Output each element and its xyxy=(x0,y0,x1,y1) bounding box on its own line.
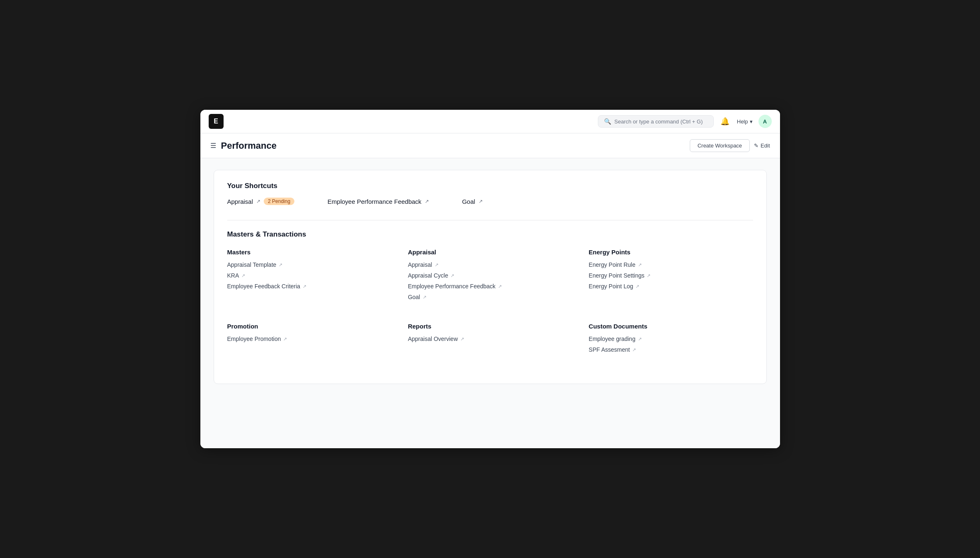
link-energy-point-settings[interactable]: Energy Point Settings ↗ xyxy=(589,272,753,279)
custom-documents-column: Custom Documents Employee grading ↗ SPF … xyxy=(589,323,753,357)
link-arrow-icon: ↗ xyxy=(279,262,282,268)
topbar: E 🔍 Search or type a command (Ctrl + G) … xyxy=(200,110,780,133)
help-label: Help xyxy=(737,118,748,125)
link-arrow-icon: ↗ xyxy=(638,262,642,268)
content-card: Your Shortcuts Appraisal ↗ 2 Pending Emp… xyxy=(214,170,767,384)
link-arrow-icon: ↗ xyxy=(632,347,636,353)
link-arrow-icon: ↗ xyxy=(638,336,642,342)
link-energy-point-log[interactable]: Energy Point Log ↗ xyxy=(589,283,753,290)
link-arrow-icon: ↗ xyxy=(636,284,639,289)
masters-transactions-title: Masters & Transactions xyxy=(227,230,753,239)
help-button[interactable]: Help ▾ xyxy=(737,118,753,125)
topbar-right: 🔔 Help ▾ A xyxy=(719,115,772,128)
shortcuts-title: Your Shortcuts xyxy=(227,182,753,190)
link-arrow-icon: ↗ xyxy=(241,273,245,278)
edit-icon: ✎ xyxy=(754,143,758,149)
appraisal-pending-badge: 2 Pending xyxy=(264,198,294,205)
search-icon: 🔍 xyxy=(604,118,611,125)
shortcut-employee-performance-feedback-label: Employee Performance Feedback xyxy=(327,198,421,205)
link-spf-assesment[interactable]: SPF Assesment ↗ xyxy=(589,346,753,353)
link-energy-point-rule[interactable]: Energy Point Rule ↗ xyxy=(589,261,753,268)
avatar[interactable]: A xyxy=(758,115,772,128)
bottom-columns-grid: Promotion Employee Promotion ↗ Reports A… xyxy=(227,323,753,372)
edit-button[interactable]: ✎ Edit xyxy=(754,143,770,149)
link-arrow-icon: ↗ xyxy=(283,336,287,342)
link-arrow-icon: ↗ xyxy=(647,273,650,278)
link-arrow-icon: ↗ xyxy=(460,336,464,342)
promotion-column: Promotion Employee Promotion ↗ xyxy=(227,323,392,357)
energy-points-column: Energy Points Energy Point Rule ↗ Energy… xyxy=(589,249,753,304)
appraisal-column-title: Appraisal xyxy=(408,249,572,256)
app-logo: E xyxy=(209,114,224,129)
energy-points-column-title: Energy Points xyxy=(589,249,753,256)
link-appraisal-template[interactable]: Appraisal Template ↗ xyxy=(227,261,392,268)
arrow-icon-2: ↗ xyxy=(425,198,429,204)
link-employee-promotion[interactable]: Employee Promotion ↗ xyxy=(227,336,392,342)
link-arrow-icon: ↗ xyxy=(498,284,502,289)
link-arrow-icon: ↗ xyxy=(303,284,306,289)
arrow-icon-3: ↗ xyxy=(479,198,483,204)
link-appraisal-overview[interactable]: Appraisal Overview ↗ xyxy=(408,336,572,342)
custom-documents-column-title: Custom Documents xyxy=(589,323,753,330)
main-content: Your Shortcuts Appraisal ↗ 2 Pending Emp… xyxy=(200,158,780,448)
link-arrow-icon: ↗ xyxy=(450,273,454,278)
link-arrow-icon: ↗ xyxy=(423,295,426,300)
masters-column: Masters Appraisal Template ↗ KRA ↗ Emplo… xyxy=(227,249,392,304)
reports-column: Reports Appraisal Overview ↗ xyxy=(408,323,572,357)
reports-column-title: Reports xyxy=(408,323,572,330)
section-divider xyxy=(227,220,753,220)
search-bar[interactable]: 🔍 Search or type a command (Ctrl + G) xyxy=(598,115,714,128)
masters-column-title: Masters xyxy=(227,249,392,256)
search-placeholder-text: Search or type a command (Ctrl + G) xyxy=(614,118,703,125)
app-window: E 🔍 Search or type a command (Ctrl + G) … xyxy=(200,110,780,448)
link-employee-grading[interactable]: Employee grading ↗ xyxy=(589,336,753,342)
link-appraisal[interactable]: Appraisal ↗ xyxy=(408,261,572,268)
edit-label: Edit xyxy=(761,143,770,149)
link-kra[interactable]: KRA ↗ xyxy=(227,272,392,279)
shortcut-appraisal[interactable]: Appraisal ↗ 2 Pending xyxy=(227,198,295,205)
promotion-column-title: Promotion xyxy=(227,323,392,330)
link-arrow-icon: ↗ xyxy=(435,262,438,268)
link-goal[interactable]: Goal ↗ xyxy=(408,294,572,300)
create-workspace-button[interactable]: Create Workspace xyxy=(690,139,750,152)
link-employee-feedback-criteria[interactable]: Employee Feedback Criteria ↗ xyxy=(227,283,392,290)
shortcut-employee-performance-feedback[interactable]: Employee Performance Feedback ↗ xyxy=(327,198,429,205)
page-title: Performance xyxy=(221,140,690,151)
link-employee-performance-feedback[interactable]: Employee Performance Feedback ↗ xyxy=(408,283,572,290)
menu-icon[interactable]: ☰ xyxy=(210,142,216,150)
shortcut-goal[interactable]: Goal ↗ xyxy=(462,198,483,205)
notifications-button[interactable]: 🔔 xyxy=(719,115,731,128)
chevron-down-icon: ▾ xyxy=(750,118,753,125)
shortcut-goal-label: Goal xyxy=(462,198,475,205)
appraisal-column: Appraisal Appraisal ↗ Appraisal Cycle ↗ … xyxy=(408,249,572,304)
page-header: ☰ Performance Create Workspace ✎ Edit xyxy=(200,133,780,158)
header-actions: Create Workspace ✎ Edit xyxy=(690,139,770,152)
link-appraisal-cycle[interactable]: Appraisal Cycle ↗ xyxy=(408,272,572,279)
top-columns-grid: Masters Appraisal Template ↗ KRA ↗ Emplo… xyxy=(227,249,753,319)
shortcut-appraisal-label: Appraisal xyxy=(227,198,253,205)
arrow-icon: ↗ xyxy=(256,198,260,204)
shortcuts-row: Appraisal ↗ 2 Pending Employee Performan… xyxy=(227,198,753,208)
